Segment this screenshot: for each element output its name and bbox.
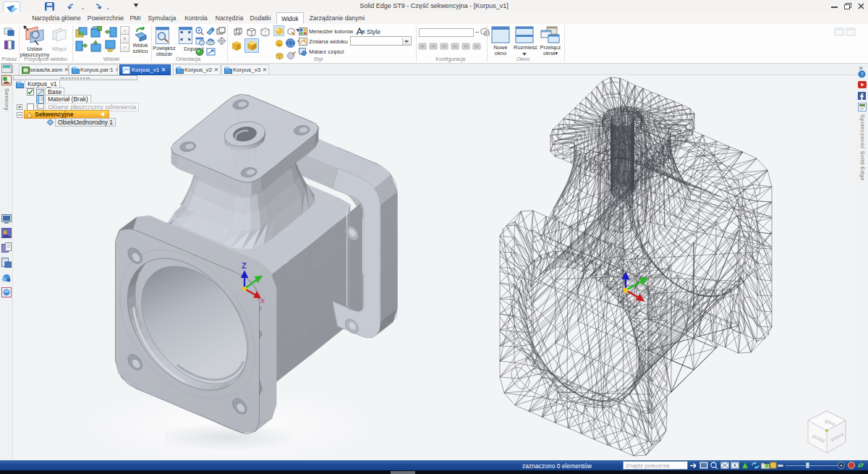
svg-text:x: x xyxy=(260,296,265,305)
svg-text:Z: Z xyxy=(242,261,247,270)
svg-text:?: ? xyxy=(860,71,863,77)
